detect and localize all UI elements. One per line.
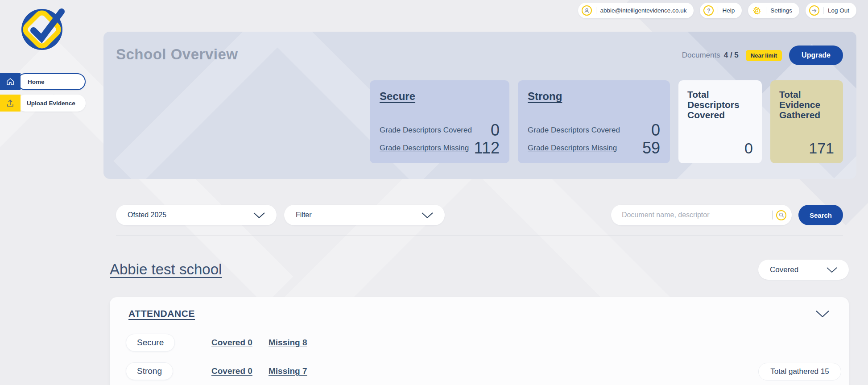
stat-row: Grade Descriptors Covered 0 <box>528 122 660 138</box>
divider <box>718 7 718 14</box>
covered-link[interactable]: Covered 0 <box>211 338 252 348</box>
divider <box>116 236 843 236</box>
logout-arrow-icon <box>809 5 819 16</box>
secure-stats-card: Secure Grade Descriptors Covered 0 Grade… <box>370 80 509 163</box>
search-field <box>611 205 792 225</box>
search-button[interactable]: Search <box>798 205 843 225</box>
divider <box>596 7 596 14</box>
filter-dropdown[interactable]: Filter <box>284 205 445 225</box>
school-name-link[interactable]: Abbie test school <box>110 261 222 278</box>
near-limit-badge: Near limit <box>746 50 782 61</box>
filter-dropdown-value: Filter <box>296 211 312 219</box>
divider <box>823 7 824 14</box>
help-icon: ? <box>703 5 714 16</box>
secure-card-title[interactable]: Secure <box>380 90 415 102</box>
divider <box>772 211 773 219</box>
help-button[interactable]: ? Help <box>700 3 742 18</box>
logout-button[interactable]: Log Out <box>806 3 856 18</box>
home-icon <box>0 73 21 90</box>
upload-icon <box>0 95 21 112</box>
chevron-down-icon <box>422 212 433 218</box>
logout-label: Log Out <box>828 7 849 14</box>
sidebar-item-home[interactable]: Home <box>0 73 86 90</box>
missing-link[interactable]: Grade Descriptors Missing <box>380 144 469 153</box>
stat-row: Grade Descriptors Covered 0 <box>380 122 500 138</box>
covered-value: 0 <box>491 122 500 138</box>
chevron-down-icon <box>253 212 265 218</box>
user-email: abbie@intelligentevidence.co.uk <box>600 7 687 14</box>
attendance-title-link[interactable]: ATTENDANCE <box>128 308 195 319</box>
settings-button[interactable]: Settings <box>748 3 799 18</box>
help-label: Help <box>722 7 735 14</box>
documents-count: 4 / 5 <box>724 51 739 60</box>
attendance-row-secure: Secure Covered 0 Missing 8 <box>126 334 175 352</box>
collapse-chevron-icon[interactable] <box>816 310 829 317</box>
total-descriptors-card: Total Descriptors Covered 0 <box>678 80 762 163</box>
covered-value: 0 <box>651 122 660 138</box>
user-icon <box>582 5 592 16</box>
app-screen: abbie@intelligentevidence.co.uk ? Help S… <box>0 0 868 385</box>
documents-label: Documents <box>682 51 720 60</box>
missing-value: 112 <box>474 140 500 156</box>
strong-card-title[interactable]: Strong <box>528 90 562 102</box>
total-evidence-value: 171 <box>809 140 834 157</box>
search-icon[interactable] <box>776 210 786 220</box>
school-overview-panel: School Overview Documents 4 / 5 Near lim… <box>103 32 856 179</box>
user-account-button[interactable]: abbie@intelligentevidence.co.uk <box>578 3 694 18</box>
total-descriptors-title: Total Descriptors Covered <box>687 89 753 120</box>
total-descriptors-value: 0 <box>744 140 753 157</box>
strong-card-rows: Grade Descriptors Covered 0 Grade Descri… <box>528 122 660 156</box>
app-logo <box>20 4 66 53</box>
stat-row: Grade Descriptors Missing 112 <box>380 140 500 156</box>
divider <box>766 7 766 14</box>
page-title: School Overview <box>116 46 238 63</box>
total-evidence-title: Total Evidence Gathered <box>779 89 834 120</box>
total-gathered-badge: Total gathered 15 <box>758 363 841 381</box>
search-input[interactable] <box>622 211 772 219</box>
missing-link[interactable]: Missing 7 <box>269 366 307 376</box>
stat-row: Grade Descriptors Missing 59 <box>528 140 660 156</box>
total-evidence-card: Total Evidence Gathered 171 <box>770 80 843 163</box>
documents-usage: Documents 4 / 5 Near limit Upgrade <box>682 46 843 65</box>
missing-link[interactable]: Grade Descriptors Missing <box>528 144 617 153</box>
attendance-section-card: ATTENDANCE Secure Covered 0 Missing 8 St… <box>110 297 849 385</box>
header-actions: abbie@intelligentevidence.co.uk ? Help S… <box>578 3 856 18</box>
covered-link[interactable]: Grade Descriptors Covered <box>380 126 472 135</box>
level-badge: Secure <box>126 334 175 352</box>
covered-link[interactable]: Covered 0 <box>211 366 252 376</box>
upgrade-button[interactable]: Upgrade <box>789 46 843 65</box>
framework-dropdown-value: Ofsted 2025 <box>128 211 166 219</box>
missing-value: 59 <box>642 140 660 156</box>
chevron-down-icon <box>827 267 837 273</box>
sidebar-item-upload-evidence[interactable]: Upload Evidence <box>0 95 86 112</box>
sidebar-item-label: Home <box>17 73 86 90</box>
strong-stats-card: Strong Grade Descriptors Covered 0 Grade… <box>518 80 670 163</box>
covered-dropdown[interactable]: Covered <box>758 260 849 280</box>
checkmark-logo-icon <box>20 4 66 53</box>
covered-dropdown-value: Covered <box>770 265 798 274</box>
missing-link[interactable]: Missing 8 <box>269 338 307 348</box>
level-badge: Strong <box>126 362 173 380</box>
secure-card-rows: Grade Descriptors Covered 0 Grade Descri… <box>380 122 500 156</box>
sidebar-item-label: Upload Evidence <box>17 95 86 112</box>
gear-icon <box>752 5 762 16</box>
covered-link[interactable]: Grade Descriptors Covered <box>528 126 620 135</box>
settings-label: Settings <box>770 7 792 14</box>
attendance-row-strong: Strong Covered 0 Missing 7 <box>126 362 173 380</box>
framework-dropdown[interactable]: Ofsted 2025 <box>116 205 277 225</box>
